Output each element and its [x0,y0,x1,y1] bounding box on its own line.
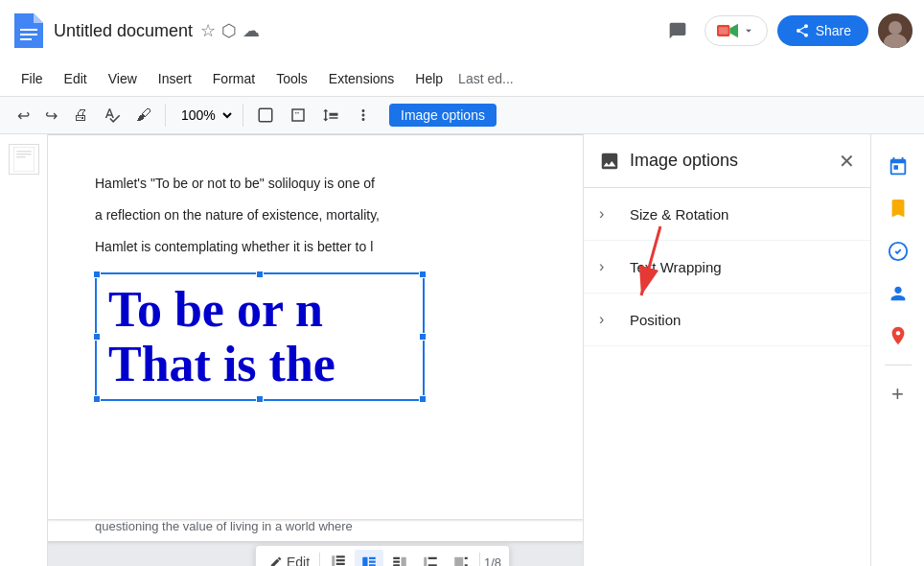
menu-insert[interactable]: Insert [149,67,201,90]
print-button[interactable]: 🖨 [67,103,94,128]
image-content: To be or n That is the [97,274,423,399]
svg-rect-38 [428,557,437,559]
doc-area: 1 . 1 . 1 Hamlet's "To be or not to be" … [48,134,583,566]
break-right-button[interactable] [447,550,475,566]
menu-file[interactable]: File [12,67,53,90]
svg-rect-29 [362,557,367,566]
menu-format[interactable]: Format [203,67,265,90]
app-icon [12,13,46,48]
edit-label: Edit [287,554,310,566]
svg-point-13 [297,112,299,114]
keep-icon-btn[interactable] [881,192,915,226]
svg-rect-15 [16,151,32,153]
svg-rect-16 [16,153,32,155]
last-edit-label: Last ed... [458,71,514,86]
handle-br[interactable] [419,395,427,403]
doc-title[interactable]: Untitled document [54,21,193,41]
svg-rect-31 [369,561,376,563]
size-rotation-label: Size & Rotation [630,206,728,223]
text-wrapping-label: Text Wrapping [630,259,722,275]
panel-header: Image options ✕ [584,134,870,188]
menu-extensions[interactable]: Extensions [319,67,404,90]
zoom-select[interactable]: 100% 75% 125% 150% [173,105,235,126]
chevron-position-icon: › [599,311,618,328]
handle-tr[interactable] [419,271,427,278]
star-icon[interactable]: ☆ [200,20,216,41]
maps-icon-btn[interactable] [881,318,915,353]
add-addon-button[interactable]: + [881,377,915,412]
wrap-inline-button[interactable] [324,550,353,566]
selected-image[interactable]: To be or n That is the [95,272,425,401]
panel-title-area: Image options [599,151,738,172]
more-options-button[interactable] [349,103,378,128]
share-button[interactable]: Share [777,15,868,46]
svg-rect-40 [454,557,463,566]
paint-format-button[interactable]: 🖌 [130,103,157,128]
wrap-left-button[interactable] [355,550,383,566]
handle-tl[interactable] [93,271,101,278]
svg-rect-33 [402,557,406,566]
user-avatar[interactable] [878,13,912,48]
svg-rect-2 [20,29,37,31]
chevron-size-icon: › [599,205,618,223]
menu-bar: File Edit View Insert Format Tools Exten… [0,61,924,96]
doc-title-area: Untitled document ☆ ⬡ ☁ [54,20,653,41]
panel-close-button[interactable]: ✕ [839,150,855,173]
menu-edit[interactable]: Edit [55,67,97,90]
position-label: Position [630,312,681,328]
normal-text-button[interactable] [251,103,280,128]
size-rotation-section[interactable]: › Size & Rotation [584,188,870,241]
comments-button[interactable] [660,13,695,48]
handle-tm[interactable] [256,271,264,278]
wrap-right-button[interactable] [385,550,414,566]
share-label: Share [816,23,851,38]
menu-tools[interactable]: Tools [266,67,317,90]
image-line1: To be or n [108,282,323,337]
svg-rect-4 [20,38,32,40]
image-toolbar: Edit 1/8 [255,545,510,566]
break-left-button[interactable] [416,550,445,566]
handle-ml[interactable] [93,333,101,341]
image-options-button[interactable]: Image options [389,104,497,127]
line-spacing-button[interactable] [316,103,345,128]
img-tool-divider [319,553,320,566]
edit-image-button[interactable]: Edit [264,551,315,566]
meet-button[interactable] [705,15,768,46]
handle-bm[interactable] [256,395,264,403]
doc-text-3: Hamlet is contemplating whether it is be… [95,237,536,257]
svg-marker-6 [729,24,738,38]
position-section[interactable]: › Position [584,294,870,346]
redo-button[interactable]: ↪ [39,103,63,129]
main-area: 1 . 1 . 1 Hamlet's "To be or not to be" … [0,134,924,566]
svg-point-9 [889,21,902,35]
menu-help[interactable]: Help [405,67,452,90]
undo-button[interactable]: ↩ [12,103,35,129]
svg-rect-17 [16,156,26,158]
svg-marker-1 [34,13,43,23]
image-icon [599,151,620,172]
toolbar-divider-1 [165,104,166,127]
menu-view[interactable]: View [99,67,147,90]
drive-icon[interactable]: ⬡ [221,20,237,41]
right-icon-divider [885,365,912,366]
calendar-icon-btn[interactable] [881,150,915,184]
img-tool-divider-2 [479,553,480,566]
svg-rect-27 [336,559,345,561]
doc-text-2: a reflection on the nature of existence,… [95,205,536,225]
svg-rect-3 [20,34,37,35]
tasks-icon-btn[interactable] [881,234,915,269]
chevron-wrapping-icon: › [599,258,618,275]
border-button[interactable] [284,103,312,128]
cloud-icon[interactable]: ☁ [243,20,260,41]
svg-rect-37 [424,557,427,566]
handle-bl[interactable] [93,395,101,403]
spell-check-button[interactable] [98,103,127,128]
handle-mr[interactable] [419,333,427,341]
page-thumbnail[interactable] [9,144,39,175]
svg-rect-41 [465,557,468,559]
contacts-icon-btn[interactable] [881,276,915,311]
svg-rect-26 [336,555,345,557]
text-wrapping-section[interactable]: › Text Wrapping [584,241,870,294]
svg-rect-34 [393,557,400,559]
svg-rect-11 [259,108,272,122]
